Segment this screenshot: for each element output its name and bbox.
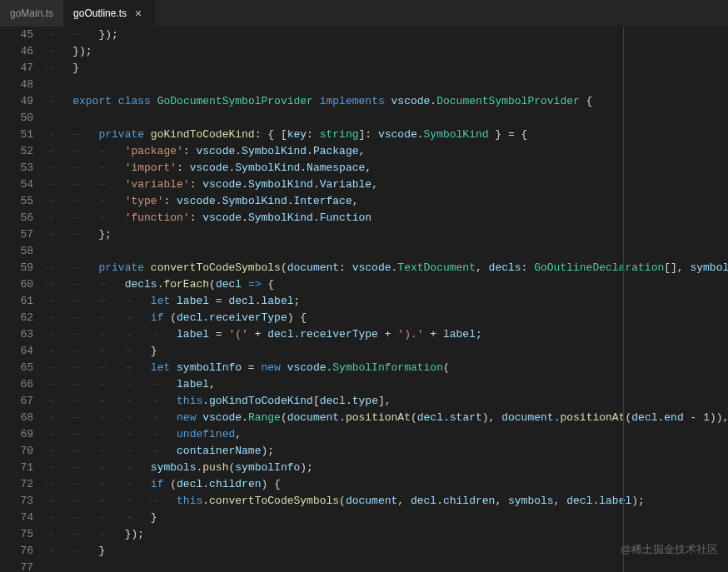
code-line[interactable]: → → private convertToCodeSymbols(documen… xyxy=(43,260,728,276)
code-line[interactable]: → → → → let label = decl.label; xyxy=(43,293,728,310)
code-line[interactable]: → → → → } xyxy=(43,510,728,526)
line-number: 46 xyxy=(0,43,33,60)
line-number: 66 xyxy=(0,376,33,393)
line-number: 74 xyxy=(0,510,33,526)
line-number: 64 xyxy=(0,343,33,360)
code-line[interactable]: → → }); xyxy=(43,27,728,43)
code-line[interactable]: → → → → → containerName); xyxy=(43,443,728,460)
line-number: 45 xyxy=(0,27,33,43)
code-line[interactable] xyxy=(43,243,728,260)
tab-label: goMain.ts xyxy=(10,7,53,19)
line-number: 51 xyxy=(0,127,33,143)
code-line[interactable]: → → → → symbols.push(symbolInfo); xyxy=(43,460,728,476)
tab-gomain[interactable]: goMain.ts xyxy=(0,0,63,27)
line-number: 68 xyxy=(0,410,33,426)
line-number: 70 xyxy=(0,443,33,460)
code-line[interactable]: → → → → } xyxy=(43,343,728,360)
code-line[interactable]: → → → → if (decl.receiverType) { xyxy=(43,310,728,326)
line-number: 56 xyxy=(0,210,33,226)
code-line[interactable]: → → → → → undefined, xyxy=(43,426,728,443)
code-line[interactable]: → → → → → label, xyxy=(43,376,728,393)
code-line[interactable]: → export class GoDocumentSymbolProvider … xyxy=(43,93,728,110)
line-number: 73 xyxy=(0,493,33,510)
line-number: 61 xyxy=(0,293,33,310)
line-number: 47 xyxy=(0,60,33,77)
line-number: 54 xyxy=(0,177,33,193)
line-number: 55 xyxy=(0,193,33,210)
code-line[interactable]: → → → → → label = '(' + decl.receiverTyp… xyxy=(43,326,728,343)
code-line[interactable]: → → → }); xyxy=(43,526,728,543)
code-line[interactable]: → → → → if (decl.children) { xyxy=(43,476,728,493)
line-number: 77 xyxy=(0,560,33,572)
code-line[interactable]: → → → 'package': vscode.SymbolKind.Packa… xyxy=(43,143,728,160)
code-line[interactable]: → → → → let symbolInfo = new vscode.Symb… xyxy=(43,360,728,376)
line-number-gutter: 4546474849505152535455565758596061626364… xyxy=(0,27,43,572)
code-line[interactable]: → → private goKindToCodeKind: { [key: st… xyxy=(43,127,728,143)
line-number: 65 xyxy=(0,360,33,376)
code-line[interactable] xyxy=(43,560,728,572)
code-line[interactable]: → → → → → this.convertToCodeSymbols(docu… xyxy=(43,493,728,510)
code-line[interactable]: → }); xyxy=(43,43,728,60)
code-line[interactable]: → → → 'type': vscode.SymbolKind.Interfac… xyxy=(43,193,728,210)
line-number: 52 xyxy=(0,143,33,160)
editor-area: 4546474849505152535455565758596061626364… xyxy=(0,27,728,572)
line-number: 75 xyxy=(0,526,33,543)
code-line[interactable]: → → } xyxy=(43,543,728,560)
line-number: 76 xyxy=(0,543,33,560)
line-number: 50 xyxy=(0,110,33,127)
line-number: 71 xyxy=(0,460,33,476)
code-line[interactable]: → → → 'import': vscode.SymbolKind.Namesp… xyxy=(43,160,728,177)
code-content[interactable]: → → });→ });→ }→ export class GoDocument… xyxy=(43,27,728,572)
tab-gooutline[interactable]: goOutline.ts × xyxy=(63,0,155,27)
code-line[interactable]: → } xyxy=(43,60,728,77)
code-line[interactable]: → → → → → new vscode.Range(document.posi… xyxy=(43,410,728,426)
line-number: 60 xyxy=(0,276,33,293)
line-number: 67 xyxy=(0,393,33,410)
line-number: 69 xyxy=(0,426,33,443)
line-number: 62 xyxy=(0,310,33,326)
code-line[interactable] xyxy=(43,110,728,127)
line-number: 48 xyxy=(0,77,33,93)
tab-label: goOutline.ts xyxy=(73,7,127,19)
line-number: 49 xyxy=(0,93,33,110)
code-line[interactable]: → → → → → this.goKindToCodeKind[decl.typ… xyxy=(43,393,728,410)
line-number: 57 xyxy=(0,226,33,243)
editor-tabs: goMain.ts goOutline.ts × xyxy=(0,0,728,27)
code-line[interactable]: → → → 'function': vscode.SymbolKind.Func… xyxy=(43,210,728,226)
code-line[interactable]: → → }; xyxy=(43,226,728,243)
code-line[interactable]: → → → 'variable': vscode.SymbolKind.Vari… xyxy=(43,177,728,193)
code-line[interactable]: → → → decls.forEach(decl => { xyxy=(43,276,728,293)
line-number: 72 xyxy=(0,476,33,493)
close-icon[interactable]: × xyxy=(132,7,145,20)
line-number: 53 xyxy=(0,160,33,177)
line-number: 58 xyxy=(0,243,33,260)
code-line[interactable] xyxy=(43,77,728,93)
line-number: 59 xyxy=(0,260,33,276)
line-number: 63 xyxy=(0,326,33,343)
